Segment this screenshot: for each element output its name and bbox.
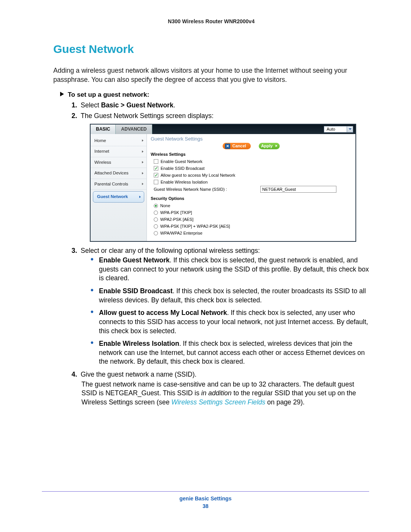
checkbox-row: Enable SSID Broadcast <box>151 166 352 171</box>
sidebar-item-internet[interactable]: Internet <box>91 146 147 157</box>
apply-button[interactable]: Apply <box>259 143 280 149</box>
step-text: Select <box>81 101 101 109</box>
ui-topbar: BASIC ADVANCED Auto <box>91 125 355 134</box>
sidebar-item-label: Internet <box>94 149 109 155</box>
step-number: 1. <box>72 101 81 110</box>
step-3: 3.Select or clear any of the following o… <box>72 246 369 367</box>
chevron-down-icon[interactable] <box>347 126 353 132</box>
router-ui-screenshot: BASIC ADVANCED Auto Home Internet Wirele… <box>90 124 356 242</box>
intro-text: Adding a wireless guest network allows v… <box>53 66 369 84</box>
section-title: Guest Network <box>53 43 369 56</box>
cross-reference-link[interactable]: Wireless Settings Screen Fields <box>171 398 267 406</box>
checkbox-enable-guest[interactable] <box>154 159 158 164</box>
radio-row: WPA2-PSK [AES] <box>151 217 352 222</box>
bullet-item: Enable Guest Network. If this check box … <box>91 256 369 283</box>
footer-section-title: genie Basic Settings <box>42 495 369 502</box>
procedure-heading: To set up a guest network: <box>60 91 369 99</box>
step-2: 2.The Guest Network Settings screen disp… <box>72 112 369 242</box>
right-arrow-icon <box>60 92 64 96</box>
checkbox-enable-ssid-broadcast[interactable] <box>154 166 158 171</box>
chevron-right-icon <box>142 150 143 153</box>
sidebar-item-parental-controls[interactable]: Parental Controls <box>91 179 147 190</box>
sidebar: Home Internet Wireless Attached Devices … <box>91 134 147 241</box>
radio-label: WPA/WPA2 Enterprise <box>160 230 202 236</box>
checkbox-allow-local-network[interactable] <box>154 173 158 177</box>
sidebar-item-label: Guest Network <box>97 194 128 200</box>
doc-header: N300 Wireless Router WNR2000v4 <box>53 18 369 24</box>
step-number: 4. <box>72 370 81 379</box>
bullet-bold: Allow guest to access My Local Network <box>99 309 227 316</box>
radio-none[interactable] <box>154 204 158 208</box>
chevron-right-icon <box>139 196 141 198</box>
tab-advanced[interactable]: ADVANCED <box>116 125 152 134</box>
bullet-bold: Enable SSID Broadcast <box>99 287 173 295</box>
radio-row: WPA-PSK [TKIP] + WPA2-PSK [AES] <box>151 224 352 229</box>
page-number: 38 <box>42 503 369 509</box>
sidebar-item-wireless[interactable]: Wireless <box>91 157 147 168</box>
sidebar-item-label: Parental Controls <box>94 181 128 187</box>
radio-row: WPA/WPA2 Enterprise <box>151 230 352 236</box>
content-panel: Guest Network Settings ✕Cancel Apply Wir… <box>147 134 355 241</box>
checkbox-label: Enable Guest Network <box>161 159 202 165</box>
step-sub-italic: in addition <box>201 389 232 397</box>
checkbox-row: Enable Wireless Isolation <box>151 179 352 185</box>
step-text: Select or clear any of the following opt… <box>81 247 260 254</box>
checkbox-label: Enable Wireless Isolation <box>161 179 208 185</box>
panel-title: Guest Network Settings <box>151 136 352 142</box>
sidebar-item-attached-devices[interactable]: Attached Devices <box>91 168 147 179</box>
sidebar-item-label: Wireless <box>94 160 111 166</box>
bullet-item: Allow guest to access My Local Network. … <box>91 308 369 335</box>
radio-enterprise[interactable] <box>154 231 158 235</box>
radio-label: WPA2-PSK [AES] <box>160 217 193 222</box>
radio-wpa-psk[interactable] <box>154 211 158 215</box>
step-4: 4.Give the guest network a name (SSID). … <box>72 370 369 407</box>
step-number: 3. <box>72 246 81 256</box>
checkbox-row: Allow guest to access My Local Network <box>151 173 352 178</box>
close-icon: ✕ <box>225 144 230 149</box>
language-select-value: Auto <box>324 126 347 132</box>
step-text: Give the guest network a name (SSID). <box>81 371 196 378</box>
radio-wpa-wpa2-psk[interactable] <box>154 224 158 228</box>
radio-label: WPA-PSK [TKIP] + WPA2-PSK [AES] <box>160 224 230 229</box>
radio-row: WPA-PSK [TKIP] <box>151 210 352 216</box>
arrow-right-icon <box>276 145 277 147</box>
tab-basic[interactable]: BASIC <box>91 125 116 134</box>
checkbox-row: Enable Guest Network <box>151 159 352 165</box>
page-footer: genie Basic Settings 38 <box>42 491 369 509</box>
chevron-right-icon <box>142 139 143 142</box>
bullet-item: Enable Wireless Isolation. If this check… <box>91 339 369 366</box>
apply-button-label: Apply <box>261 143 273 149</box>
chevron-right-icon <box>142 172 143 174</box>
step-text: The Guest Network Settings screen displa… <box>81 112 213 120</box>
ssid-input[interactable] <box>260 186 336 193</box>
language-select[interactable]: Auto <box>324 126 353 133</box>
radio-wpa2-psk[interactable] <box>154 217 158 222</box>
chevron-right-icon <box>142 161 143 163</box>
bullet-bold: Enable Guest Network <box>99 256 170 264</box>
sidebar-item-label: Attached Devices <box>94 170 129 176</box>
procedure-heading-text: To set up a guest network: <box>68 91 149 98</box>
chevron-right-icon <box>142 183 143 185</box>
step-number: 2. <box>72 112 81 121</box>
checkbox-label: Enable SSID Broadcast <box>161 166 205 171</box>
ssid-label: Guest Wireless Network Name (SSID) : <box>154 187 260 192</box>
cancel-button-label: Cancel <box>233 143 246 149</box>
bullet-item: Enable SSID Broadcast. If this check box… <box>91 287 369 305</box>
step-text: . <box>174 101 175 109</box>
step-sub-text: on page 29). <box>267 398 304 406</box>
radio-label: None <box>160 203 170 209</box>
bullet-bold: Enable Wireless Isolation <box>99 340 179 347</box>
security-options-heading: Security Options <box>151 196 352 201</box>
cancel-button[interactable]: ✕Cancel <box>223 143 251 149</box>
sidebar-item-guest-network[interactable]: Guest Network <box>93 191 144 203</box>
step-bold: Basic > Guest Network <box>101 101 174 109</box>
radio-label: WPA-PSK [TKIP] <box>160 210 192 216</box>
checkbox-wireless-isolation[interactable] <box>154 180 158 184</box>
ssid-row: Guest Wireless Network Name (SSID) : <box>151 186 352 193</box>
step-4-sub: The guest network name is case-sensitive… <box>81 380 369 407</box>
checkbox-label: Allow guest to access My Local Network <box>161 173 235 178</box>
wireless-settings-heading: Wireless Settings <box>151 152 352 157</box>
sidebar-item-label: Home <box>94 138 106 144</box>
step-1: 1.Select Basic > Guest Network. <box>72 101 369 110</box>
sidebar-item-home[interactable]: Home <box>91 136 147 147</box>
